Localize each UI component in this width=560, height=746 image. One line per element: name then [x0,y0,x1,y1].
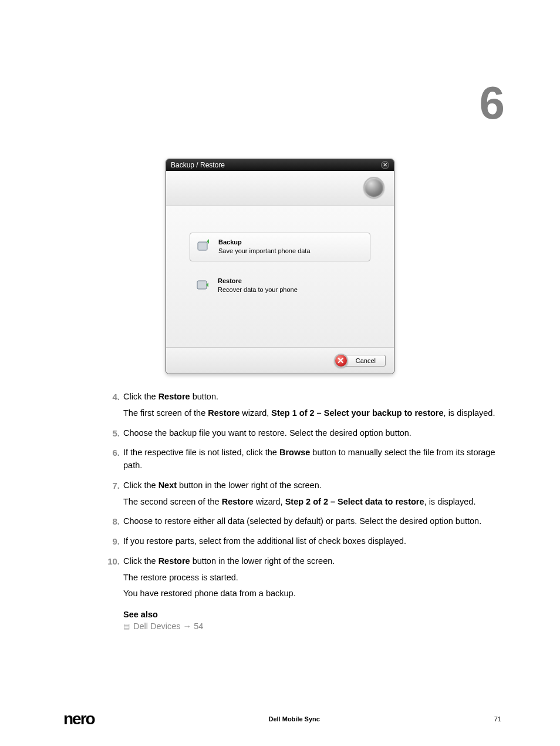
step-line: Click the Restore button. [123,391,495,404]
document-link-icon: ▤ [123,622,130,630]
step-line: If the respective file is not listed, cl… [123,446,495,472]
step-line: Click the Next button in the lower right… [123,479,495,492]
instruction-step: 8.Choose to restore either all data (sel… [104,515,495,532]
backup-option-desc: Save your important phone data [218,247,311,256]
backup-restore-dialog: Backup / Restore ✕ Backup Save yo [166,159,394,374]
page-number: 71 [494,715,501,723]
step-number: 8. [104,515,123,532]
see-also-link-text: Dell Devices → 54 [133,621,203,631]
step-line: Choose to restore either all data (selec… [123,515,495,528]
instruction-step: 7.Click the Next button in the lower rig… [104,479,495,512]
backup-option-title: Backup [218,238,311,247]
step-line: Choose the backup file you want to resto… [123,427,495,440]
dialog-screenshot: Backup / Restore ✕ Backup Save yo [59,159,501,374]
step-body: Click the Next button in the lower right… [123,479,495,512]
instruction-step: 10.Click the Restore button in the lower… [104,555,495,604]
restore-option[interactable]: Restore Recover data to your phone [190,272,370,300]
instruction-step: 5.Choose the backup file you want to res… [104,427,495,443]
step-body: Click the Restore button in the lower ri… [123,555,495,604]
svg-rect-1 [197,281,207,289]
page-footer: nero Dell Mobile Sync 71 [63,710,501,728]
step-number: 4. [104,391,123,424]
device-orb-icon [363,177,384,198]
step-number: 6. [104,446,123,476]
restore-icon [195,277,211,292]
step-line: If you restore parts, select from the ad… [123,535,495,548]
dialog-titlebar: Backup / Restore ✕ [166,159,394,171]
step-body: If you restore parts, select from the ad… [123,535,495,552]
step-body: Click the Restore button.The first scree… [123,391,495,424]
step-body: Choose to restore either all data (selec… [123,515,495,532]
step-body: If the respective file is not listed, cl… [123,446,495,476]
step-number: 10. [104,555,123,604]
instruction-step: 4.Click the Restore button.The first scr… [104,391,495,424]
step-number: 5. [104,427,123,443]
step-line: The restore process is started. [123,572,495,584]
dialog-title: Backup / Restore [171,161,225,169]
dialog-footer: ✕ Cancel [166,347,394,374]
instruction-list: 4.Click the Restore button.The first scr… [104,391,495,604]
see-also-section: See also ▤ Dell Devices → 54 [123,610,501,631]
restore-option-desc: Recover data to your phone [218,285,298,294]
nero-logo: nero [63,710,95,728]
cancel-x-icon: ✕ [334,354,348,368]
step-line: You have restored phone data from a back… [123,587,495,600]
step-number: 7. [104,479,123,512]
step-number: 9. [104,535,123,552]
see-also-heading: See also [123,610,501,619]
step-line: The second screen of the Restore wizard,… [123,496,495,509]
close-icon[interactable]: ✕ [381,161,389,169]
instruction-step: 6.If the respective file is not listed, … [104,446,495,476]
dialog-header [166,171,394,206]
dialog-body: Backup Save your important phone data Re… [166,206,394,347]
backup-icon [196,238,211,253]
chapter-number: 6 [480,76,501,130]
step-line: Click the Restore button in the lower ri… [123,555,495,568]
step-body: Choose the backup file you want to resto… [123,427,495,443]
backup-option[interactable]: Backup Save your important phone data [190,233,370,261]
instruction-step: 9.If you restore parts, select from the … [104,535,495,552]
step-line: The first screen of the Restore wizard, … [123,407,495,420]
restore-option-title: Restore [218,277,298,285]
cancel-button[interactable]: Cancel [345,355,386,367]
footer-title: Dell Mobile Sync [95,715,494,723]
see-also-link[interactable]: ▤ Dell Devices → 54 [123,621,501,631]
svg-rect-0 [198,242,207,250]
